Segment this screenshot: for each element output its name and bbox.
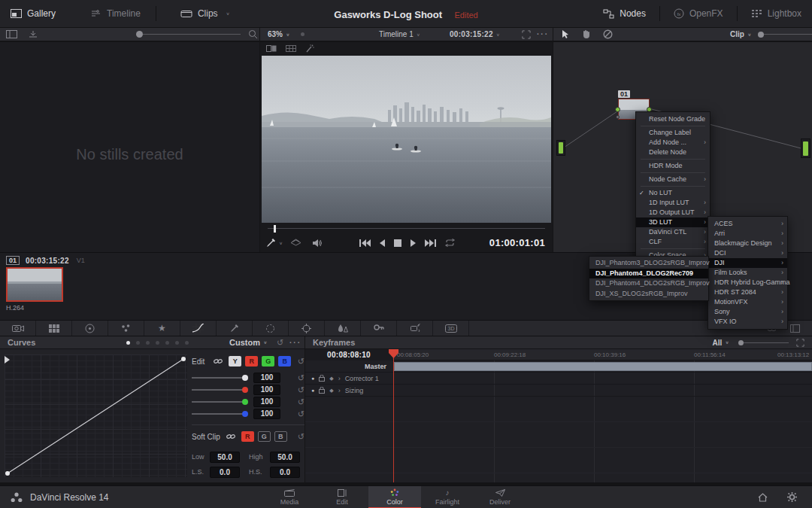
tab-color[interactable]: Color [368,486,421,508]
gallery-tab[interactable]: Gallery [0,0,66,27]
grab-still-icon[interactable] [28,30,38,39]
tab-deliver[interactable]: Deliver [474,486,526,508]
viewer-timecode[interactable]: 00:03:15:22 ∨ [450,30,500,38]
curve-editor[interactable] [5,354,187,477]
low-value[interactable]: 50.0 [210,452,240,463]
keyframe-dot-icon[interactable]: ● [311,388,314,393]
node-zoom-slider[interactable] [758,32,812,38]
nodes-tab[interactable]: Nodes [592,0,656,27]
menu-item-1d-input-lut[interactable]: 1D Input LUT› [636,198,710,208]
blue-gain-slider[interactable] [192,413,246,415]
viewer-zoom-select[interactable]: 63% ∨ [268,30,290,38]
gang-link-icon[interactable] [214,357,223,365]
blue-reset-icon[interactable]: ↺ [298,409,304,419]
soft-clip-reset-icon[interactable]: ↺ [298,432,304,442]
keyframes-expand-icon[interactable] [796,339,804,347]
home-icon[interactable] [758,493,768,502]
keyframes-playhead-line[interactable] [393,349,394,482]
tab-edit[interactable]: Edit [316,486,368,508]
chevron-down-icon[interactable]: ∨ [279,240,283,245]
menu-item-delete-node[interactable]: Delete Node [636,148,710,157]
menu-item-add-node[interactable]: Add Node ...› [636,138,710,148]
timeline-tab[interactable]: Timeline [80,0,151,27]
viewer-options-icon[interactable]: ··· [537,30,549,38]
red-reset-icon[interactable]: ↺ [298,385,304,395]
node-view-select[interactable]: Clip ∨ [730,30,752,38]
play-button[interactable] [410,239,417,247]
soft-clip-b-button[interactable]: B [274,431,287,442]
menu-item-reset-node-grade[interactable]: Reset Node Grade [636,114,710,124]
bypass-grade-icon[interactable] [603,29,613,39]
luma-reset-icon[interactable]: ↺ [298,373,304,383]
color-wheels-icon[interactable] [72,321,108,336]
split-screen-icon[interactable] [266,45,277,52]
magic-wand-icon[interactable] [305,44,314,53]
lut-cat-vfx-io[interactable]: VFX IO› [708,317,787,327]
viewer-playhead[interactable] [274,225,276,233]
lut-cat-sony[interactable]: Sony› [708,307,787,317]
viewer-expand-icon[interactable] [522,30,531,39]
blue-gain-value[interactable]: 100 [253,409,280,419]
goto-first-frame-button[interactable] [359,239,371,247]
keyframe-panel-toggle-icon[interactable] [790,324,800,333]
menu-item-3d-lut[interactable]: 3D LUT› [636,217,710,227]
curves-reset-icon[interactable]: ↺ [277,338,283,348]
luma-gain-value[interactable]: 100 [253,373,280,383]
menu-item-node-cache[interactable]: Node Cache› [636,175,710,184]
red-gain-value[interactable]: 100 [253,385,280,395]
node-01-mask-input-dot[interactable] [616,115,620,119]
keyframes-playhead-marker[interactable] [389,349,398,358]
green-reset-icon[interactable]: ↺ [298,397,304,407]
keyframe-diamond-icon[interactable]: ◆ [329,376,333,382]
curves-options-icon[interactable]: ··· [289,339,301,347]
soft-clip-r-button[interactable]: R [241,431,254,442]
blur-icon[interactable] [325,321,361,336]
keyframe-dot-icon[interactable]: ● [311,376,314,381]
menu-item-no-lut[interactable]: ✓No LUT [636,188,710,198]
gallery-thumb-size-slider[interactable] [46,31,241,38]
audio-mute-icon[interactable] [312,239,323,248]
lightbox-tab[interactable]: Lightbox [741,0,812,27]
loop-button[interactable] [444,239,456,247]
master-track-bar[interactable] [394,362,812,371]
camera-raw-icon[interactable] [0,321,36,336]
curves-icon[interactable] [180,321,217,336]
pan-tool-icon[interactable] [581,29,591,39]
luma-gain-slider[interactable] [192,377,246,379]
gallery-list-view-icon[interactable] [6,30,17,38]
menu-item-davinci-ctl[interactable]: DaVinci CTL› [636,227,710,237]
lut-file-xs-srgb[interactable]: DJI_XS_DLOG2sRGB_Improv [589,289,708,300]
keyframes-filter-select[interactable]: All ∨ [713,339,729,347]
settings-gear-icon[interactable] [787,492,797,502]
lut-file-phantom4-rec709[interactable]: DJI_Phantom4_DLOG2Rec709 [589,269,708,279]
power-window-icon[interactable] [253,321,289,336]
timeline-select[interactable]: Timeline 1 ∨ [379,30,420,38]
clip-thumbnail[interactable] [6,267,63,302]
tab-media[interactable]: Media [263,486,316,508]
step-back-button[interactable] [379,239,386,247]
sizing-row[interactable]: ● ◆ › Sizing [305,385,812,397]
menu-item-hdr-mode[interactable]: HDR Mode [636,161,710,171]
search-icon[interactable] [248,29,258,39]
menu-item-1d-output-lut[interactable]: 1D Output LUT› [636,208,710,217]
keyframes-zoom-slider[interactable] [738,340,789,345]
menu-item-clf[interactable]: CLF› [636,237,710,247]
tracker-icon[interactable] [289,321,325,336]
lut-cat-blackmagic[interactable]: Blackmagic Design› [708,239,787,248]
lut-cat-dji[interactable]: DJI› [708,258,787,268]
edit-reset-icon[interactable]: ↺ [298,357,304,367]
soft-clip-link-icon[interactable] [226,433,235,440]
color-match-icon[interactable] [36,321,72,336]
lut-file-phantom3-srgb[interactable]: DJI_Phantom3_DLOG2sRGB_Improv [589,258,708,269]
green-gain-slider[interactable] [192,401,246,403]
motion-effects-icon[interactable]: ★ [144,321,180,336]
lut-cat-film-looks[interactable]: Film Looks› [708,268,787,278]
channel-r-button[interactable]: R [245,356,258,367]
key-icon[interactable] [361,321,397,336]
lut-file-phantom4-srgb[interactable]: DJI_Phantom4_DLOG2sRGB_Improv [589,278,708,289]
keyframes-ruler[interactable]: 00:08:08:10 00:08:05:20 00:09:22:18 00:1… [305,349,812,360]
lut-cat-aces[interactable]: ACES› [708,219,787,229]
lut-cat-dci[interactable]: DCI› [708,248,787,258]
qualifier-icon[interactable] [217,321,253,336]
curves-page-dots[interactable] [126,341,189,345]
